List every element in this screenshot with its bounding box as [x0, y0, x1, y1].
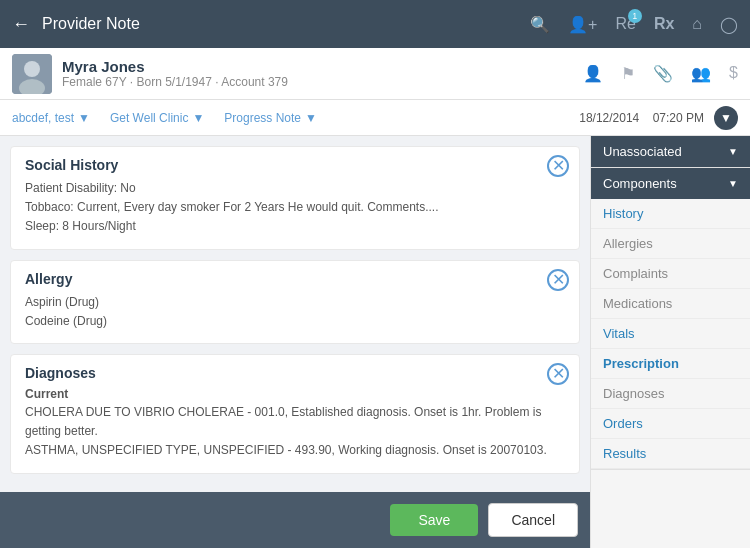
social-history-content: Patient Disability: No Tobbaco: Current,… — [25, 179, 565, 237]
sidebar-item-vitals[interactable]: Vitals — [591, 319, 750, 349]
diagnoses-card: Diagnoses ✕ Current CHOLERA DUE TO VIBRI… — [10, 354, 580, 474]
sidebar-item-diagnoses[interactable]: Diagnoses — [591, 379, 750, 409]
search-icon[interactable]: 🔍 — [530, 15, 550, 34]
diagnoses-content: CHOLERA DUE TO VIBRIO CHOLERAE - 001.0, … — [25, 403, 565, 461]
social-history-card: Social History ✕ Patient Disability: No … — [10, 146, 580, 250]
sidebar-components-label: Components — [603, 176, 677, 191]
chevron-icon: ▼ — [728, 146, 738, 157]
patient-bar: Myra Jones Female 67Y · Born 5/1/1947 · … — [0, 48, 750, 100]
dollar-icon[interactable]: $ — [729, 64, 738, 83]
footer: Save Cancel — [0, 492, 590, 548]
sidebar-section-components: Components ▼ History Allergies Complaint… — [591, 168, 750, 470]
sidebar-item-orders[interactable]: Orders — [591, 409, 750, 439]
social-history-line-3: Sleep: 8 Hours/Night — [25, 217, 565, 236]
sidebar-item-allergies[interactable]: Allergies — [591, 229, 750, 259]
sidebar-complaints-label: Complaints — [603, 266, 668, 281]
cancel-button[interactable]: Cancel — [488, 503, 578, 537]
sidebar-item-prescription[interactable]: Prescription — [591, 349, 750, 379]
re-icon[interactable]: Re1 — [615, 15, 635, 33]
allergy-content: Aspirin (Drug) Codeine (Drug) — [25, 293, 565, 331]
sidebar-unassociated-header[interactable]: Unassociated ▼ — [591, 136, 750, 167]
diagnoses-line-2: ASTHMA, UNSPECIFIED TYPE, UNSPECIFIED - … — [25, 441, 565, 460]
page-title: Provider Note — [42, 15, 530, 33]
sidebar-medications-label: Medications — [603, 296, 672, 311]
sub-nav: abcdef, test ▼ Get Well Clinic ▼ Progres… — [0, 100, 750, 136]
subnav-clinic-label: Get Well Clinic — [110, 111, 188, 125]
right-sidebar: Unassociated ▼ Components ▼ History Alle… — [590, 136, 750, 548]
expand-button[interactable]: ▼ — [714, 106, 738, 130]
circle-icon[interactable]: ◯ — [720, 15, 738, 34]
subnav-item-note[interactable]: Progress Note ▼ — [224, 111, 337, 125]
home-icon[interactable]: ⌂ — [692, 15, 702, 33]
sidebar-components-header[interactable]: Components ▼ — [591, 168, 750, 199]
group-icon[interactable]: 👥 — [691, 64, 711, 83]
allergy-card: Allergy ✕ Aspirin (Drug) Codeine (Drug) — [10, 260, 580, 344]
top-nav: ← Provider Note 🔍 👤+ Re1 Rx ⌂ ◯ — [0, 0, 750, 48]
diagnoses-header: Diagnoses — [25, 365, 565, 381]
patient-meta: Female 67Y · Born 5/1/1947 · Account 379 — [62, 75, 583, 89]
chevron-down-icon-3: ▼ — [305, 111, 317, 125]
avatar — [12, 54, 52, 94]
main-area: Social History ✕ Patient Disability: No … — [0, 136, 750, 548]
back-button[interactable]: ← — [12, 14, 30, 35]
sidebar-prescription-label: Prescription — [603, 356, 679, 371]
subnav-item-user[interactable]: abcdef, test ▼ — [12, 111, 110, 125]
chevron-down-icon-2: ▼ — [192, 111, 204, 125]
sidebar-allergies-label: Allergies — [603, 236, 653, 251]
patient-actions: 👤 ⚑ 📎 👥 $ — [583, 64, 738, 83]
diagnoses-close[interactable]: ✕ — [547, 363, 569, 385]
chevron-down-icon: ▼ — [78, 111, 90, 125]
allergy-close[interactable]: ✕ — [547, 269, 569, 291]
sidebar-item-history[interactable]: History — [591, 199, 750, 229]
paperclip-icon[interactable]: 📎 — [653, 64, 673, 83]
social-history-close[interactable]: ✕ — [547, 155, 569, 177]
sidebar-item-complaints[interactable]: Complaints — [591, 259, 750, 289]
content-wrapper: Social History ✕ Patient Disability: No … — [0, 136, 590, 548]
sidebar-unassociated-label: Unassociated — [603, 144, 682, 159]
sidebar-history-label: History — [603, 206, 643, 221]
allergy-header: Allergy — [25, 271, 565, 287]
subnav-note-label: Progress Note — [224, 111, 301, 125]
sidebar-orders-label: Orders — [603, 416, 643, 431]
chevron-icon-2: ▼ — [728, 178, 738, 189]
add-user-icon[interactable]: 👤+ — [568, 15, 597, 34]
sidebar-diagnoses-label: Diagnoses — [603, 386, 664, 401]
social-history-line-2: Tobbaco: Current, Every day smoker For 2… — [25, 198, 565, 217]
subnav-item-clinic[interactable]: Get Well Clinic ▼ — [110, 111, 224, 125]
sidebar-vitals-label: Vitals — [603, 326, 635, 341]
diagnoses-subheader: Current — [25, 387, 565, 401]
patient-name: Myra Jones — [62, 58, 583, 75]
allergy-line-1: Aspirin (Drug) — [25, 293, 565, 312]
nav-icons: 🔍 👤+ Re1 Rx ⌂ ◯ — [530, 15, 738, 34]
subnav-user-label: abcdef, test — [12, 111, 74, 125]
rx-icon[interactable]: Rx — [654, 15, 674, 33]
allergy-line-2: Codeine (Drug) — [25, 312, 565, 331]
diagnoses-line-1: CHOLERA DUE TO VIBRIO CHOLERAE - 001.0, … — [25, 403, 565, 441]
sidebar-results-label: Results — [603, 446, 646, 461]
sidebar-section-unassociated: Unassociated ▼ — [591, 136, 750, 168]
social-history-header: Social History — [25, 157, 565, 173]
social-history-line-1: Patient Disability: No — [25, 179, 565, 198]
patient-profile-icon[interactable]: 👤 — [583, 64, 603, 83]
patient-info: Myra Jones Female 67Y · Born 5/1/1947 · … — [62, 58, 583, 89]
sidebar-item-medications[interactable]: Medications — [591, 289, 750, 319]
scrollable-content: Social History ✕ Patient Disability: No … — [0, 136, 590, 548]
subnav-date: 18/12/2014 07:20 PM — [579, 111, 704, 125]
flag-icon[interactable]: ⚑ — [621, 64, 635, 83]
sidebar-item-results[interactable]: Results — [591, 439, 750, 469]
save-button[interactable]: Save — [390, 504, 478, 536]
svg-point-1 — [24, 61, 40, 77]
